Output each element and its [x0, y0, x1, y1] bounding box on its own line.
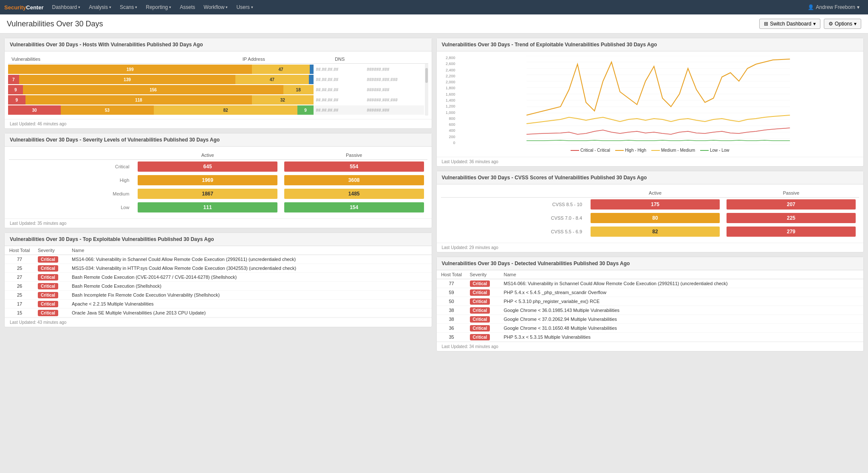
severity-col-active: Active	[134, 151, 281, 160]
nav-assets[interactable]: Assets	[175, 0, 199, 14]
host-total: 27	[5, 273, 34, 282]
severity-panel-footer: Last Updated: 35 minutes ago	[5, 218, 432, 228]
nav-dashboard[interactable]: Dashboard ▾	[48, 0, 85, 14]
trend-chart-svg: Sep 27 Oct 04 Oct 11 Oct 18 Oct 25 Novem…	[457, 56, 860, 145]
switch-dashboard-button[interactable]: ⊞ Switch Dashboard ▾	[759, 19, 820, 29]
bar-high: 139	[19, 75, 236, 84]
dns-cell: ######.###	[365, 85, 424, 94]
legend-medium-line	[651, 150, 660, 151]
exploit-panel: Vulnerabilities Over 30 Days - Top Explo…	[4, 232, 432, 327]
bar-container: 199 47	[8, 65, 314, 74]
detected-panel-title: Vulnerabilities Over 30 Days - Detected …	[437, 257, 864, 270]
host-total: 59	[437, 288, 467, 297]
severity-col-label	[9, 151, 134, 160]
hosts-bars: 199 47 ##.##.##.## ######.### 7 139	[8, 64, 424, 116]
scroll-indicator[interactable]	[425, 64, 428, 116]
bar-medium: 82	[154, 105, 298, 115]
severity-badge: Critical	[467, 315, 500, 324]
exploit-panel-footer: Last Updated: 43 minutes ago	[5, 317, 432, 327]
cvss-passive-low: 279	[723, 225, 859, 238]
host-total: 77	[437, 279, 467, 288]
vuln-name: Bash Remote Code Execution (Shellshock)	[68, 282, 432, 291]
ip-cell: ##.##.##.##	[314, 75, 365, 84]
host-total: 25	[5, 264, 34, 273]
active-bar-low: 111	[134, 201, 281, 214]
vuln-name: MS14-066: Vulnerability in Schannel Coul…	[68, 255, 432, 264]
bar-container: 7 139 47	[8, 75, 314, 84]
table-row: 9 156 18 ##.##.##.## ######.###	[8, 85, 424, 94]
nav-users[interactable]: Users ▾	[232, 0, 257, 14]
nav-workflow[interactable]: Workflow ▾	[199, 0, 232, 14]
severity-badge: Critical	[34, 282, 68, 291]
hosts-panel-footer: Last Updated: 46 minutes ago	[5, 119, 432, 128]
options-button[interactable]: ⚙ Options ▾	[824, 19, 861, 29]
active-bar-critical: 645	[134, 160, 281, 174]
host-total: 15	[5, 309, 34, 317]
cvss-panel-title: Vulnerabilities Over 30 Days - CVSS Scor…	[437, 171, 864, 184]
detected-panel: Vulnerabilities Over 30 Days - Detected …	[436, 257, 864, 351]
nav-reporting[interactable]: Reporting ▾	[141, 0, 175, 14]
dns-cell: ######.###	[365, 105, 424, 115]
severity-panel-body: Active Passive Critical 645 554 High 196…	[5, 147, 432, 218]
table-row: 199 47 ##.##.##.## ######.###	[8, 65, 424, 74]
cvss-label-high: CVSS 8.5 - 10	[441, 198, 588, 212]
legend-high-line	[615, 150, 624, 151]
bar-medium: 47	[252, 65, 310, 74]
cvss-panel: Vulnerabilities Over 30 Days - CVSS Scor…	[436, 171, 864, 252]
vuln-name: Bash Remote Code Execution (CVE-2014-627…	[68, 273, 432, 282]
severity-col-passive: Passive	[281, 151, 427, 160]
table-row: Medium 1867 1485	[9, 187, 427, 201]
host-total: 77	[5, 255, 34, 264]
chart-svg-container: Sep 27 Oct 04 Oct 11 Oct 18 Oct 25 Novem…	[457, 56, 860, 146]
hosts-table: Vulnerabilities IP Address DNS	[8, 55, 428, 64]
cvss-panel-footer: Last Updated: 29 minutes ago	[437, 243, 864, 252]
exploit-col-host: Host Total	[5, 246, 34, 255]
vuln-name: Bash Incomplete Fix Remote Code Executio…	[68, 291, 432, 300]
vuln-name: Apache < 2.2.15 Multiple Vulnerabilities	[68, 300, 432, 309]
y-axis: 2,800 2,600 2,400 2,200 2,000 1,800 1,60…	[441, 56, 457, 145]
trend-panel-body: 2,800 2,600 2,400 2,200 2,000 1,800 1,60…	[437, 51, 864, 157]
bar-medium: 18	[283, 85, 314, 94]
bar-info	[310, 65, 314, 74]
table-row: 25 Critical Bash Incomplete Fix Remote C…	[5, 291, 432, 300]
severity-badge: Critical	[34, 291, 68, 300]
hosts-panel-title: Vulnerabilities Over 30 Days - Hosts Wit…	[5, 38, 432, 51]
vuln-name: Google Chrome < 36.0.1985.143 Multiple V…	[500, 306, 864, 315]
nav-scans-arrow: ▾	[135, 5, 137, 9]
nav-reporting-arrow: ▾	[169, 5, 171, 9]
user-button[interactable]: 👤 Andrew Freeborn ▾	[803, 4, 864, 10]
vuln-name: Google Chrome < 31.0.1650.48 Multiple Vu…	[500, 324, 864, 333]
table-row: 50 Critical PHP < 5.3.10 php_register_va…	[437, 297, 864, 306]
host-total: 17	[5, 300, 34, 309]
table-row: 17 Critical Apache < 2.2.15 Multiple Vul…	[5, 300, 432, 309]
severity-label-medium: Medium	[9, 187, 134, 201]
cvss-col-passive: Passive	[723, 189, 859, 198]
legend-high: High - High	[615, 148, 646, 153]
legend-medium: Medium - Medium	[651, 148, 695, 153]
nav-analysis-arrow: ▾	[109, 5, 111, 9]
nav-analysis[interactable]: Analysis ▾	[85, 0, 116, 14]
active-bar-high: 1969	[134, 173, 281, 187]
passive-bar-medium: 1485	[281, 187, 427, 201]
host-total: 38	[437, 315, 467, 324]
grid-icon: ⊞	[764, 21, 768, 27]
severity-badge: Critical	[467, 297, 500, 306]
table-row: Critical 645 554	[9, 160, 427, 174]
nav-dashboard-arrow: ▾	[78, 5, 80, 9]
switch-arrow: ▾	[813, 21, 816, 27]
detected-col-severity: Severity	[467, 270, 500, 279]
table-row: 9 118 32 ##.##.##.## ######.###.###	[8, 95, 424, 105]
cvss-table: Active Passive CVSS 8.5 - 10 175 207 CVS…	[441, 189, 860, 238]
severity-label-critical: Critical	[9, 160, 134, 174]
bar-high: 53	[61, 105, 154, 115]
table-row: 59 Critical PHP 5.4.x < 5.4.5 _php_strea…	[437, 288, 864, 297]
exploit-panel-title: Vulnerabilities Over 30 Days - Top Explo…	[5, 233, 432, 246]
brand-logo[interactable]: SecurityCenter	[4, 4, 44, 11]
active-bar-medium: 1867	[134, 187, 281, 201]
nav-scans[interactable]: Scans ▾	[116, 0, 141, 14]
col-vuln-header: Vulnerabilities	[8, 55, 239, 64]
passive-bar-high: 3608	[281, 173, 427, 187]
nav-users-arrow: ▾	[251, 5, 253, 9]
cvss-col-label	[441, 189, 588, 198]
vuln-name: PHP < 5.3.10 php_register_variable_ex() …	[500, 297, 864, 306]
